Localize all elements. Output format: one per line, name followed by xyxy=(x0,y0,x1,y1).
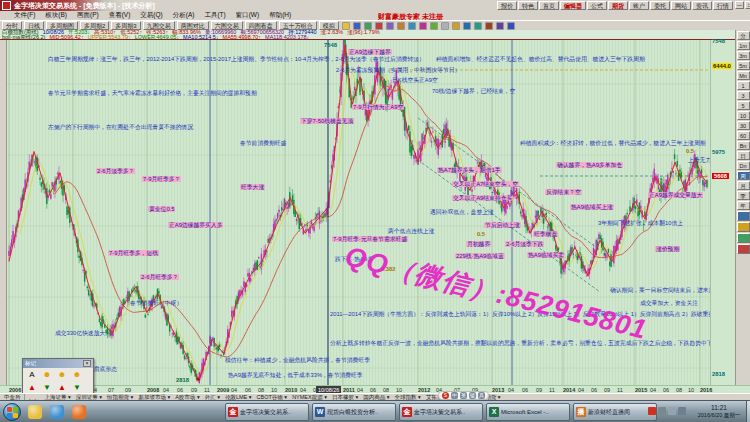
menu-窗口(W)[interactable]: 窗口(W) xyxy=(236,11,259,20)
toolbar-icon-15[interactable] xyxy=(507,22,515,30)
title-tab-行情[interactable]: 行情 xyxy=(713,1,733,10)
quick-launch-icon-2[interactable] xyxy=(72,405,86,419)
toolbar-icon-11[interactable] xyxy=(463,22,471,30)
period-button-季[interactable]: 季 xyxy=(737,191,750,200)
marker-palette-window[interactable]: 标记 × A☻☻☻ ▲▼▲▼ xyxy=(22,358,94,396)
toolbar-button-两图对比[interactable]: 两图对比 xyxy=(177,21,209,30)
palette-arrow[interactable]: ▲ xyxy=(56,382,68,393)
show-desktop-button[interactable] xyxy=(746,401,750,422)
chart-plot-area[interactable] xyxy=(7,40,710,385)
menu-板块(B)[interactable]: 板块(B) xyxy=(45,11,67,20)
period-button-日[interactable]: 日 xyxy=(737,151,750,160)
toolbar-button-日线[interactable]: 日线 xyxy=(24,21,44,30)
toolbar-button-多周期2[interactable]: 多周期2 xyxy=(80,21,109,30)
title-tab-报价[interactable]: 报价 xyxy=(497,1,517,10)
title-tab-公式[interactable]: 公式 xyxy=(587,1,607,10)
toolbar-icon-10[interactable] xyxy=(452,22,460,30)
period-button-5m[interactable]: 5m xyxy=(737,61,750,70)
period-button-3[interactable]: 3 xyxy=(737,91,750,100)
toolbar-icon-8[interactable] xyxy=(430,22,438,30)
period-button-1m[interactable]: 1m xyxy=(737,41,750,50)
title-tab-编辑器[interactable]: 编辑器 xyxy=(560,1,586,10)
period-button-60[interactable]: 60 xyxy=(737,131,750,140)
palette-symbol[interactable]: ☻ xyxy=(41,369,53,380)
taskbar-clock[interactable]: 11:21 2016/6/20 星期一 xyxy=(694,403,744,421)
right-toolbar-icon-1[interactable] xyxy=(737,222,750,232)
period-button-周[interactable]: 周 xyxy=(737,171,750,180)
task-button-0[interactable]: 金金字塔决策交易系.. xyxy=(225,403,309,421)
toolbar-icon-14[interactable] xyxy=(496,22,504,30)
ime-button-具[interactable]: 具 xyxy=(478,392,485,399)
period-button-5[interactable]: 5 xyxy=(737,101,750,110)
period-button-Mn[interactable]: Mn xyxy=(737,71,750,80)
left-splitter[interactable] xyxy=(0,40,7,393)
palette-arrow[interactable]: ▲ xyxy=(26,382,38,393)
window-control[interactable]: □ xyxy=(745,1,750,9)
period-button-Dn[interactable]: Dn xyxy=(737,161,750,170)
start-button[interactable] xyxy=(3,403,21,421)
right-toolbar-icon-3[interactable] xyxy=(737,244,750,254)
palette-symbol[interactable]: ☻ xyxy=(71,369,83,380)
toolbar-icon-7[interactable] xyxy=(419,22,427,30)
ime-button-英[interactable]: 英 xyxy=(460,392,467,399)
window-control[interactable]: — xyxy=(735,1,744,9)
toolbar-icon-1[interactable] xyxy=(353,22,361,30)
menu-画面(P)[interactable]: 画面(P) xyxy=(77,11,99,20)
toolbar-button-五十万组合[interactable]: 五十万组合 xyxy=(279,21,317,30)
menu-工具(T)[interactable]: 工具(T) xyxy=(204,11,225,20)
title-tab-网站[interactable]: 网站 xyxy=(671,1,691,10)
task-button-4[interactable]: 播新浪财经直播间 xyxy=(573,403,657,421)
period-button-3m[interactable]: 3m xyxy=(737,51,750,60)
title-tab-委托[interactable]: 委托 xyxy=(650,1,670,10)
toolbar-icon-4[interactable] xyxy=(386,22,394,30)
tray-icon-0[interactable] xyxy=(648,407,656,415)
input-method-bar[interactable]: S中英键具 xyxy=(438,391,489,400)
toolbar-icon-3[interactable] xyxy=(375,22,383,30)
palette-arrow[interactable]: ▼ xyxy=(71,382,83,393)
quick-launch-icon-0[interactable] xyxy=(28,405,42,419)
right-toolbar-icon-2[interactable] xyxy=(737,233,750,243)
palette-symbol[interactable]: A xyxy=(26,369,38,380)
period-button-Bn[interactable]: Bn xyxy=(737,141,750,150)
toolbar-button-九图交易[interactable]: 九图交易 xyxy=(143,21,175,30)
title-tab-特色[interactable]: 特色 xyxy=(518,1,538,10)
toolbar-button-六图交易[interactable]: 六图交易 xyxy=(211,21,243,30)
toolbar-icon-0[interactable] xyxy=(342,22,350,30)
ime-button-中[interactable]: 中 xyxy=(451,392,458,399)
quick-launch-icon-1[interactable] xyxy=(50,405,64,419)
sogou-logo[interactable]: S xyxy=(442,392,449,399)
toolbar-button-分时[interactable]: 分时 xyxy=(2,21,22,30)
palette-title-bar[interactable]: 标记 × xyxy=(23,359,93,368)
menu-帮助(H)[interactable]: 帮助(H) xyxy=(269,11,291,20)
toolbar-icon-2[interactable] xyxy=(364,22,372,30)
period-button-10[interactable]: 10 xyxy=(737,111,750,120)
period-button-年[interactable]: 年 xyxy=(737,201,750,210)
palette-close-button[interactable]: × xyxy=(83,360,91,367)
period-button-1[interactable]: 1 xyxy=(737,81,750,90)
palette-arrow[interactable]: ▼ xyxy=(41,382,53,393)
tray-icon-2[interactable] xyxy=(668,407,676,415)
menu-交易(Q)[interactable]: 交易(Q) xyxy=(140,11,162,20)
menu-文件(F)[interactable]: 文件(F) xyxy=(14,11,35,20)
toolbar-button-多周期图[interactable]: 多周期图 xyxy=(46,21,78,30)
title-tab-期货[interactable]: 期货 xyxy=(608,1,628,10)
task-button-3[interactable]: XMicrosoft Excel -.. xyxy=(486,403,570,421)
period-button-月[interactable]: 月 xyxy=(737,181,750,190)
candlestick-chart[interactable] xyxy=(7,40,710,385)
toolbar-icon-5[interactable] xyxy=(397,22,405,30)
toolbar-icon-6[interactable] xyxy=(408,22,416,30)
right-toolbar-icon-0[interactable] xyxy=(737,211,750,221)
period-button-30[interactable]: 30 xyxy=(737,121,750,130)
task-button-2[interactable]: 金金字塔决策交易系.. xyxy=(399,403,483,421)
tray-icon-3[interactable] xyxy=(678,407,686,415)
toolbar-icon-12[interactable] xyxy=(474,22,482,30)
title-tab-资讯[interactable]: 资讯 xyxy=(692,1,712,10)
menu-查看(V)[interactable]: 查看(V) xyxy=(109,11,131,20)
menu-分析(A)[interactable]: 分析(A) xyxy=(173,11,195,20)
toolbar-button-四图看盘[interactable]: 四图看盘 xyxy=(245,21,277,30)
title-tab-账户[interactable]: 账户 xyxy=(629,1,649,10)
period-button-分[interactable]: 分 xyxy=(737,31,750,40)
toolbar-icon-13[interactable] xyxy=(485,22,493,30)
title-tab-首页[interactable]: 首页 xyxy=(539,1,559,10)
task-button-1[interactable]: W现货白银投资分析.. xyxy=(312,403,396,421)
